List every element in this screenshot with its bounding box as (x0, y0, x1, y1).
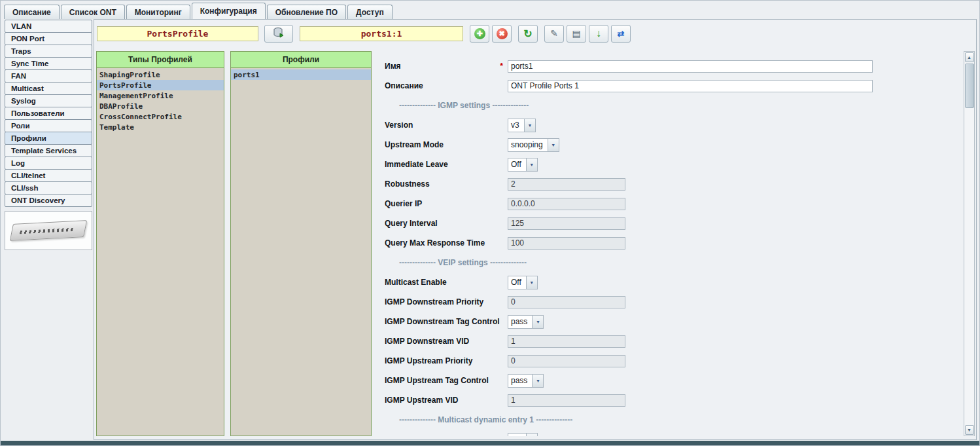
sidebar-item-syslog[interactable]: Syslog (5, 94, 92, 107)
igmp-upstream-tag-control-row: IGMP Upstream Tag Controlpass▼ (385, 371, 959, 390)
multicast-enable-select[interactable]: Off▼ (508, 276, 538, 289)
down-arrow-icon: ↓ (596, 28, 601, 39)
document-icon: ▤ (572, 28, 580, 39)
refresh-button[interactable]: ↻ (518, 25, 538, 43)
igmp-downstream-tag-control-label: IGMP Downstream Tag Control (385, 317, 508, 326)
igmp-upstream-vid-row: IGMP Upstream VID (385, 390, 959, 410)
device-ports-graphic (20, 228, 73, 234)
igmp-downstream-priority-row: IGMP Downstream Priority (385, 292, 959, 312)
panels-area: Типы Профилей ShapingProfilePortsProfile… (95, 51, 975, 436)
profile-instance-field[interactable]: ports1:1 (300, 26, 463, 41)
version-select-value: v3 (508, 119, 524, 132)
device-image-box (5, 211, 92, 250)
enabled-label-text: Enabled (385, 435, 415, 436)
sidebar-item-log[interactable]: Log (5, 157, 92, 170)
tab-4[interactable]: Обновление ПО (267, 5, 346, 19)
list-item-dbaprofile[interactable]: DBAProfile (97, 101, 224, 111)
sidebar-item-8[interactable]: Роли (5, 119, 92, 132)
form-scrollbar[interactable]: ▲ ▼ (964, 51, 975, 436)
export-button[interactable]: ⇄ (611, 25, 631, 43)
sidebar-item-ont-discovery[interactable]: ONT Discovery (5, 194, 92, 207)
igmp-upstream-tag-control-select-value: pass (508, 375, 532, 387)
list-item-ports1[interactable]: ports1 (231, 69, 371, 80)
veip-settings-section: -------------- VEIP settings -----------… (385, 253, 959, 272)
profile-form: Имя*Описание-------------- IGMP settings… (379, 51, 963, 436)
sidebar-item-9[interactable]: Профили (5, 132, 92, 145)
query-interval-row: Query Interval (385, 214, 959, 233)
plus-icon: ✚ (474, 28, 485, 39)
profile-type-field[interactable]: PortsProfile (97, 26, 258, 41)
edit-button[interactable]: ✎ (544, 25, 564, 43)
list-item-managementprofile[interactable]: ManagementProfile (97, 90, 224, 101)
add-button[interactable]: ✚ (470, 25, 489, 43)
chevron-down-icon[interactable]: ▼ (532, 316, 543, 328)
load-profile-button[interactable] (264, 25, 293, 43)
version-select[interactable]: v3▼ (508, 119, 536, 132)
tab-ont[interactable]: Список ONT (61, 5, 125, 19)
database-icon (273, 28, 285, 40)
igmp-upstream-priority-label-text: IGMP Upstream Priority (385, 356, 472, 365)
chevron-down-icon[interactable]: ▼ (524, 119, 535, 132)
igmp-downstream-tag-control-select-value: pass (508, 316, 532, 328)
scrollbar-up-button[interactable]: ▲ (965, 52, 974, 62)
igmp-upstream-priority-label: IGMP Upstream Priority (385, 356, 508, 365)
chevron-down-icon[interactable]: ▼ (532, 375, 543, 387)
list-item-portsprofile[interactable]: PortsProfile (97, 80, 224, 90)
upstream-mode-row: Upstream Modesnooping▼ (385, 135, 959, 155)
description-input[interactable] (508, 80, 873, 92)
copy-button[interactable]: ▤ (567, 25, 586, 43)
query-max-response-time-row: Query Max Response Time (385, 233, 959, 253)
robustness-label: Robustness (385, 179, 508, 189)
name-input[interactable] (508, 60, 873, 73)
list-item-template[interactable]: Template (97, 122, 224, 132)
sidebar-item-cli-telnet[interactable]: CLI/telnet (5, 169, 92, 182)
cross-icon: ✖ (497, 28, 508, 39)
tab-2[interactable]: Мониторинг (126, 5, 190, 19)
upstream-mode-label: Upstream Mode (385, 140, 508, 149)
multicast-enable-label: Multicast Enable (385, 278, 508, 287)
igmp-downstream-vid-input (508, 335, 625, 348)
tab-0[interactable]: Описание (4, 5, 60, 19)
list-item-shapingprofile[interactable]: ShapingProfile (97, 69, 224, 80)
igmp-downstream-vid-label: IGMP Downstream VID (385, 337, 508, 346)
sidebar-item-pon-port[interactable]: PON Port (5, 32, 92, 45)
main-area: PortsProfile ports1:1 ✚✖↻✎▤↓⇄ Типы Профи… (94, 19, 977, 440)
immediate-leave-select[interactable]: Off▼ (508, 158, 538, 172)
scrollbar-thumb[interactable] (965, 64, 974, 108)
sidebar-item-traps[interactable]: Traps (5, 45, 92, 58)
sidebar-item-sync-time[interactable]: Sync Time (5, 57, 92, 70)
name-label: Имя* (385, 62, 508, 71)
sidebar-item-fan[interactable]: FAN (5, 69, 92, 83)
enabled-select[interactable]: Off▼ (508, 433, 538, 437)
name-label-text: Имя (385, 62, 401, 71)
robustness-row: Robustness (385, 174, 959, 194)
chevron-down-icon[interactable]: ▼ (526, 158, 537, 171)
igmp-downstream-vid-label-text: IGMP Downstream VID (385, 337, 469, 346)
igmp-downstream-priority-label: IGMP Downstream Priority (385, 297, 508, 307)
sidebar-item-7[interactable]: Пользователи (5, 107, 92, 120)
igmp-upstream-vid-label-text: IGMP Upstream VID (385, 396, 458, 405)
querier-ip-label-text: Querier IP (385, 199, 422, 208)
igmp-downstream-tag-control-select[interactable]: pass▼ (508, 315, 544, 329)
profile-types-list: ShapingProfilePortsProfileManagementProf… (97, 68, 224, 436)
sidebar-item-cli-ssh[interactable]: CLI/ssh (5, 181, 92, 195)
upstream-mode-select[interactable]: snooping▼ (508, 138, 559, 152)
delete-button[interactable]: ✖ (492, 25, 512, 43)
toolbar-buttons: ✚✖↻✎▤↓⇄ (470, 25, 631, 43)
sidebar-item-vlan[interactable]: VLAN (5, 20, 92, 33)
sidebar-item-template-services[interactable]: Template Services (5, 144, 92, 157)
tab-3[interactable]: Конфигурация (192, 3, 266, 19)
scrollbar-down-button[interactable]: ▼ (965, 425, 974, 435)
igmp-upstream-tag-control-select[interactable]: pass▼ (508, 374, 544, 388)
chevron-down-icon[interactable]: ▼ (548, 139, 559, 151)
list-item-crossconnectprofile[interactable]: CrossConnectProfile (97, 111, 224, 122)
chevron-down-icon[interactable]: ▼ (526, 434, 537, 437)
multicast-enable-select-value: Off (508, 276, 526, 289)
sidebar-item-multicast[interactable]: Multicast (5, 82, 92, 95)
igmp-upstream-tag-control-label-text: IGMP Upstream Tag Control (385, 376, 489, 385)
query-interval-label-text: Query Interval (385, 219, 438, 228)
chevron-down-icon[interactable]: ▼ (526, 276, 537, 289)
version-row: Versionv3▼ (385, 115, 959, 135)
download-button[interactable]: ↓ (589, 25, 608, 43)
tab-5[interactable]: Доступ (347, 5, 393, 19)
